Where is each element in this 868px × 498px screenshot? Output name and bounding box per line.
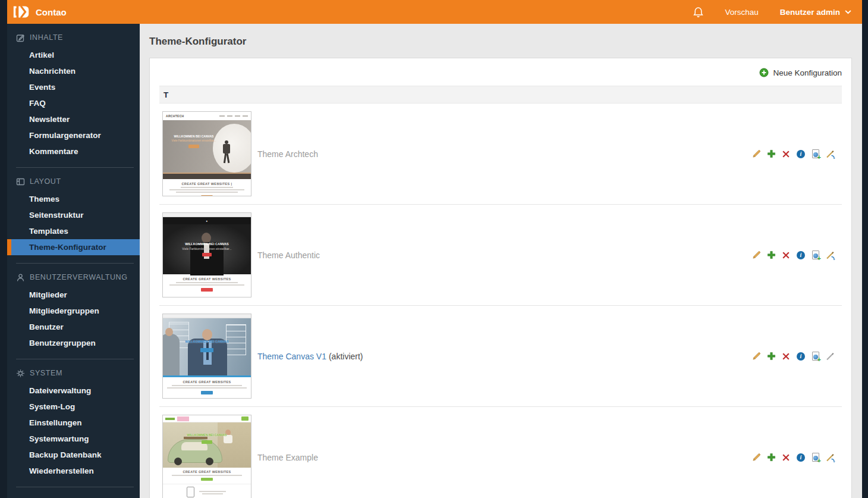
sidebar-section-layout: LAYOUT Themes Seitenstruktur Templates T… bbox=[7, 176, 140, 264]
row-actions: i + bbox=[751, 149, 839, 159]
sidebar-item-kommentare[interactable]: Kommentare bbox=[7, 143, 140, 159]
sidebar-item-mitglieder[interactable]: Mitglieder bbox=[7, 287, 140, 303]
sidebar-item-mitgliedergruppen[interactable]: Mitgliedergruppen bbox=[7, 303, 140, 319]
plus-circle-icon bbox=[759, 68, 769, 77]
theme-name: Theme Example bbox=[257, 453, 318, 462]
delete-icon[interactable] bbox=[781, 149, 791, 159]
import-icon[interactable]: + bbox=[811, 149, 820, 159]
sidebar-divider bbox=[16, 487, 134, 487]
sidebar-item-nachrichten[interactable]: Nachrichten bbox=[7, 63, 140, 79]
sidebar-item-dateiverwaltung[interactable]: Dateiverwaltung bbox=[7, 383, 140, 399]
theme-row-archtech: ARCHTECH WILLKOMMEN BEI CANVAS Viele Far… bbox=[159, 104, 842, 205]
theme-row-example: WILLKOMMEN BEI CANVAS CREATE GREAT WEBSI… bbox=[159, 407, 842, 498]
preview-link[interactable]: Vorschau bbox=[725, 8, 758, 17]
sidebar-item-events[interactable]: Events bbox=[7, 79, 140, 95]
theme-thumbnail-canvas-v1: WILLKOMMEN BEI CANVAS CREATE GREAT WEBSI… bbox=[162, 314, 251, 399]
edit-icon[interactable] bbox=[751, 149, 761, 159]
sidebar: INHALTE Artikel Nachrichten Events FAQ N… bbox=[7, 24, 140, 498]
sidebar-section-benutzerverwaltung: BENUTZERVERWALTUNG Mitglieder Mitglieder… bbox=[7, 272, 140, 359]
info-icon[interactable]: i bbox=[796, 453, 806, 462]
info-icon[interactable]: i bbox=[796, 250, 806, 260]
theme-thumbnail-archtech: ARCHTECH WILLKOMMEN BEI CANVAS Viele Far… bbox=[162, 111, 251, 196]
section-label: INHALTE bbox=[30, 33, 63, 42]
edit-icon[interactable] bbox=[751, 250, 761, 260]
sidebar-item-themes[interactable]: Themes bbox=[7, 191, 140, 207]
import-icon[interactable]: + bbox=[811, 352, 820, 361]
user-menu[interactable]: Benutzer admin bbox=[780, 8, 851, 17]
thumb-brand: ARCHTECH bbox=[166, 114, 184, 118]
user-menu-label: Benutzer admin bbox=[780, 8, 840, 17]
sidebar-item-templates[interactable]: Templates bbox=[7, 223, 140, 239]
import-icon[interactable]: + bbox=[811, 250, 820, 260]
sidebar-item-einstellungen[interactable]: Einstellungen bbox=[7, 415, 140, 431]
new-configuration-label: Neue Konfiguration bbox=[773, 68, 842, 77]
theme-thumbnail-authentic: ● WILLKOMMEN BEI CANVAS Viele Farbkombin… bbox=[162, 212, 251, 297]
sidebar-divider bbox=[16, 263, 134, 264]
sidebar-item-backup-datenbank[interactable]: Backup Datenbank bbox=[7, 447, 140, 463]
edit-square-icon bbox=[16, 33, 25, 42]
row-actions: i + bbox=[751, 352, 839, 361]
theme-row-canvas-v1: WILLKOMMEN BEI CANVAS CREATE GREAT WEBSI… bbox=[159, 306, 842, 407]
theme-thumbnail-example: WILLKOMMEN BEI CANVAS CREATE GREAT WEBSI… bbox=[162, 415, 251, 498]
row-actions: i + bbox=[751, 453, 839, 462]
sidebar-item-newsletter[interactable]: Newsletter bbox=[7, 111, 140, 127]
delete-icon[interactable] bbox=[781, 352, 791, 361]
sidebar-item-faq[interactable]: FAQ bbox=[7, 95, 140, 111]
import-icon[interactable]: + bbox=[811, 453, 820, 462]
main-content: Theme-Konfigurator Neue Konfiguration T bbox=[140, 24, 862, 498]
edit-icon[interactable] bbox=[751, 453, 761, 462]
topbar: Contao Vorschau Benutzer admin bbox=[7, 0, 862, 24]
wand-icon[interactable] bbox=[826, 250, 835, 260]
edit-icon[interactable] bbox=[751, 352, 761, 361]
layout-icon bbox=[16, 177, 25, 186]
section-label: LAYOUT bbox=[30, 177, 61, 186]
row-actions: i + bbox=[751, 250, 839, 260]
sidebar-section-cts-module: CTS-MODULE bbox=[7, 496, 140, 498]
duplicate-icon[interactable] bbox=[766, 453, 776, 462]
duplicate-icon[interactable] bbox=[766, 352, 776, 361]
sidebar-item-benutzergruppen[interactable]: Benutzergruppen bbox=[7, 335, 140, 351]
theme-row-authentic: ● WILLKOMMEN BEI CANVAS Viele Farbkombin… bbox=[159, 205, 842, 306]
brand[interactable]: Contao bbox=[12, 5, 67, 19]
screen: Contao Vorschau Benutzer admin bbox=[0, 0, 868, 498]
notifications-bell-icon[interactable] bbox=[693, 7, 703, 18]
info-icon[interactable]: i bbox=[796, 149, 806, 159]
theme-config-panel: Neue Konfiguration T ARCHTECH WILLKOMMEN… bbox=[149, 58, 852, 498]
sidebar-section-inhalte: INHALTE Artikel Nachrichten Events FAQ N… bbox=[7, 32, 140, 168]
duplicate-icon[interactable] bbox=[766, 149, 776, 159]
theme-name: Theme Archtech bbox=[257, 149, 318, 159]
sidebar-item-benutzer[interactable]: Benutzer bbox=[7, 319, 140, 335]
brand-label: Contao bbox=[36, 7, 67, 17]
sidebar-item-systemwartung[interactable]: Systemwartung bbox=[7, 431, 140, 447]
wand-icon-disabled bbox=[826, 352, 835, 361]
section-label: BENUTZERVERWALTUNG bbox=[30, 273, 128, 281]
sidebar-item-artikel[interactable]: Artikel bbox=[7, 47, 140, 63]
sidebar-divider bbox=[16, 359, 134, 359]
user-icon bbox=[16, 273, 25, 282]
duplicate-icon[interactable] bbox=[766, 250, 776, 260]
gear-icon bbox=[16, 369, 25, 378]
wand-icon[interactable] bbox=[826, 149, 835, 159]
panel-header: Neue Konfiguration bbox=[159, 67, 842, 79]
delete-icon[interactable] bbox=[781, 453, 791, 462]
sidebar-item-wiederherstellen[interactable]: Wiederherstellen bbox=[7, 463, 140, 479]
theme-name: Theme Canvas V1(aktiviert) bbox=[257, 352, 363, 361]
theme-canvas-link[interactable]: Theme Canvas V1 bbox=[257, 352, 326, 361]
section-label: SYSTEM bbox=[30, 369, 62, 377]
sidebar-section-system: SYSTEM Dateiverwaltung System-Log Einste… bbox=[7, 368, 140, 487]
group-header: T bbox=[159, 86, 842, 104]
sidebar-item-formulargenerator[interactable]: Formulargenerator bbox=[7, 127, 140, 143]
delete-icon[interactable] bbox=[781, 250, 791, 260]
sidebar-item-seitenstruktur[interactable]: Seitenstruktur bbox=[7, 207, 140, 223]
sidebar-divider bbox=[16, 167, 134, 168]
topbar-right: Vorschau Benutzer admin bbox=[693, 7, 851, 18]
new-configuration-button[interactable]: Neue Konfiguration bbox=[759, 68, 842, 77]
sidebar-item-system-log[interactable]: System-Log bbox=[7, 399, 140, 415]
chevron-down-icon bbox=[845, 10, 851, 14]
sidebar-item-theme-konfigurator[interactable]: Theme-Konfigurator bbox=[7, 239, 140, 255]
page-title: Theme-Konfigurator bbox=[149, 36, 862, 48]
info-icon[interactable]: i bbox=[796, 352, 806, 361]
wand-icon[interactable] bbox=[826, 453, 835, 462]
contao-logo-icon bbox=[12, 5, 31, 19]
theme-name: Theme Authentic bbox=[257, 250, 320, 260]
